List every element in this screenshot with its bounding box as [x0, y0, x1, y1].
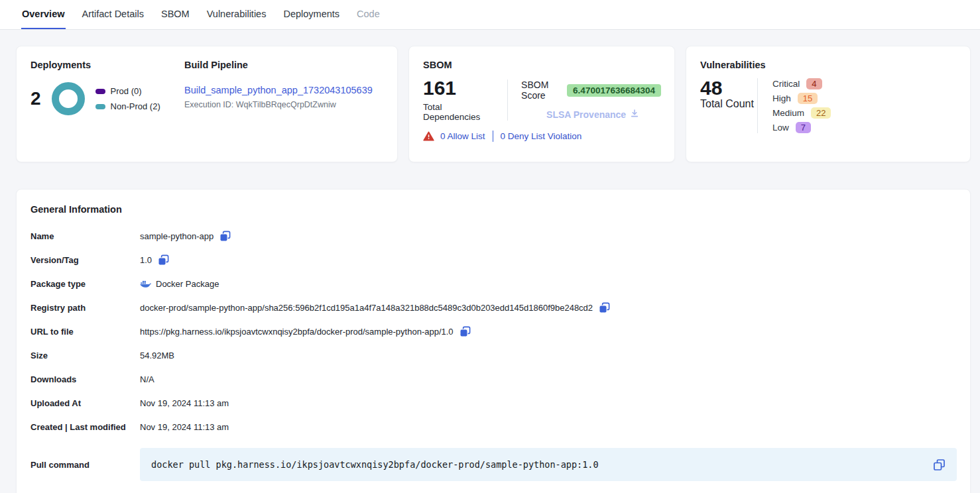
name-label: Name	[31, 231, 140, 241]
link-separator	[493, 131, 493, 142]
legend-item-prod: Prod (0)	[95, 86, 160, 96]
deployments-content: 2 Prod (0) Non-Prod (2)	[31, 81, 184, 117]
size-label: Size	[31, 351, 140, 360]
tab-overview[interactable]: Overview	[21, 0, 66, 29]
copy-registry-path-button[interactable]	[599, 302, 610, 313]
vulnerabilities-count-label: Total Count	[700, 98, 757, 110]
general-information-title: General Information	[31, 204, 957, 215]
name-value: sample-python-app	[140, 231, 214, 241]
copy-version-button[interactable]	[158, 254, 169, 266]
deployments-title: Deployments	[31, 60, 184, 70]
slsa-provenance-label: SLSA Provenance	[546, 109, 626, 120]
tab-sbom[interactable]: SBOM	[160, 0, 190, 29]
pull-command-label: Pull command	[31, 460, 140, 470]
uploaded-at-label: Uploaded At	[31, 398, 140, 408]
sbom-content: 161 Total Dependencies SBOM Score 6.4700…	[423, 78, 661, 122]
allow-list-link[interactable]: 0 Allow List	[440, 131, 485, 141]
pull-command-box: docker pull pkg.harness.io/ikpsjoavtcwxn…	[140, 448, 957, 481]
row-created-modified: Created | Last modified Nov 19, 2024 11:…	[31, 415, 957, 439]
row-url-to-file: URL to file https://pkg.harness.io/ikpsj…	[31, 319, 957, 343]
build-pipeline-section: Build Pipeline Build_sample_python_app_1…	[184, 60, 384, 150]
severity-row-low: Low 7	[772, 122, 831, 133]
tab-artifact-details[interactable]: Artifact Details	[82, 0, 145, 29]
vulnerabilities-card: Vulnerabilities 48 Total Count Critical …	[686, 46, 971, 162]
tab-bar: Overview Artifact Details SBOM Vulnerabi…	[0, 0, 980, 30]
version-tag-label: Version/Tag	[31, 255, 140, 265]
uploaded-at-value: Nov 19, 2024 11:13 am	[140, 398, 229, 408]
sbom-score-label: SBOM Score	[521, 80, 560, 101]
created-modified-label: Created | Last modified	[31, 422, 140, 432]
downloads-label: Downloads	[31, 374, 140, 384]
sbom-count-label: Total Dependencies	[423, 102, 494, 122]
execution-id-text: Execution ID: WqkTilbBRqecQrpDtZwniw	[184, 100, 384, 109]
vulnerabilities-total-count: 48	[700, 78, 757, 98]
slsa-provenance-link[interactable]: SLSA Provenance	[546, 109, 661, 120]
sbom-total-dependencies-count: 161	[423, 78, 494, 98]
pull-command-value: docker pull pkg.harness.io/ikpsjoavtcwxn…	[151, 459, 599, 470]
severity-row-high: High 15	[772, 93, 831, 104]
downloads-value: N/A	[140, 374, 154, 384]
docker-whale-icon	[140, 280, 151, 288]
download-icon	[630, 109, 639, 120]
deployments-count: 2	[31, 89, 41, 108]
build-pipeline-link[interactable]: Build_sample_python_app_1732043105639	[184, 85, 373, 95]
severity-badge-high: 15	[798, 93, 818, 104]
severity-badge-critical: 4	[806, 78, 822, 89]
legend-item-nonprod: Non-Prod (2)	[95, 101, 160, 111]
deployments-card: Deployments 2 Prod (0) Non-Prod (2)	[16, 46, 398, 162]
copy-url-button[interactable]	[459, 326, 471, 337]
sbom-score-badge: 6.470017636684304	[567, 84, 661, 97]
url-to-file-label: URL to file	[31, 327, 140, 337]
package-type-label: Package type	[31, 279, 140, 289]
nonprod-legend-label: Non-Prod (2)	[111, 101, 160, 111]
created-modified-value: Nov 19, 2024 11:13 am	[140, 422, 229, 432]
vulnerabilities-content: 48 Total Count Critical 4 High 15 Medium…	[700, 78, 957, 133]
deployments-section: Deployments 2 Prod (0) Non-Prod (2)	[31, 60, 184, 150]
row-package-type: Package type Docker Package	[31, 272, 957, 296]
summary-cards-row: Deployments 2 Prod (0) Non-Prod (2)	[16, 46, 971, 162]
row-downloads: Downloads N/A	[31, 367, 957, 391]
sbom-card: SBOM 161 Total Dependencies SBOM Score 6…	[408, 46, 675, 162]
severity-row-critical: Critical 4	[772, 78, 831, 89]
row-name: Name sample-python-app	[31, 224, 957, 248]
nonprod-swatch	[95, 104, 105, 109]
deny-list-violation-link[interactable]: 0 Deny List Violation	[501, 131, 582, 141]
severity-label-low: Low	[772, 123, 789, 133]
row-pull-command: Pull command docker pull pkg.harness.io/…	[31, 448, 957, 481]
size-value: 54.92MB	[140, 351, 174, 360]
warning-triangle-icon	[423, 131, 434, 141]
copy-pull-command-button[interactable]	[933, 459, 946, 471]
sbom-score-block: SBOM Score 6.470017636684304 SLSA Proven…	[521, 78, 661, 122]
copy-name-button[interactable]	[219, 231, 231, 242]
url-to-file-value: https://pkg.harness.io/ikpsjoavtcwxnqisy…	[140, 327, 454, 337]
general-information-card: General Information Name sample-python-a…	[16, 189, 971, 493]
row-registry-path: Registry path docker-prod/sample-python-…	[31, 296, 957, 319]
tab-code[interactable]: Code	[356, 0, 381, 29]
prod-legend-label: Prod (0)	[111, 86, 142, 96]
sbom-policy-links: 0 Allow List 0 Deny List Violation	[423, 131, 661, 142]
vulnerabilities-title: Vulnerabilities	[700, 60, 957, 70]
row-version-tag: Version/Tag 1.0	[31, 248, 957, 272]
severity-label-high: High	[772, 93, 791, 103]
severity-label-medium: Medium	[772, 108, 804, 118]
build-pipeline-title: Build Pipeline	[184, 60, 384, 70]
row-uploaded-at: Uploaded At Nov 19, 2024 11:13 am	[31, 391, 957, 415]
row-size: Size 54.92MB	[31, 343, 957, 367]
severity-row-medium: Medium 22	[772, 107, 831, 119]
sbom-divider	[507, 80, 508, 121]
tab-deployments[interactable]: Deployments	[282, 0, 340, 29]
severity-badge-low: 7	[796, 122, 811, 133]
prod-swatch	[95, 89, 105, 94]
tab-vulnerabilities[interactable]: Vulnerabilities	[206, 0, 267, 29]
sbom-count-block: 161 Total Dependencies	[423, 78, 494, 122]
general-information-rows: Name sample-python-app Version/Tag 1.0	[31, 224, 957, 481]
severity-label-critical: Critical	[772, 79, 800, 89]
deployments-donut-chart	[50, 81, 86, 117]
package-type-value: Docker Package	[156, 279, 219, 289]
registry-path-label: Registry path	[31, 303, 140, 313]
vulnerabilities-count-block: 48 Total Count	[700, 78, 757, 133]
registry-path-value: docker-prod/sample-python-app/sha256:596…	[140, 303, 593, 313]
severity-list: Critical 4 High 15 Medium 22 Low 7	[772, 78, 831, 133]
sbom-title: SBOM	[423, 60, 661, 70]
vulnerabilities-divider	[757, 78, 758, 133]
